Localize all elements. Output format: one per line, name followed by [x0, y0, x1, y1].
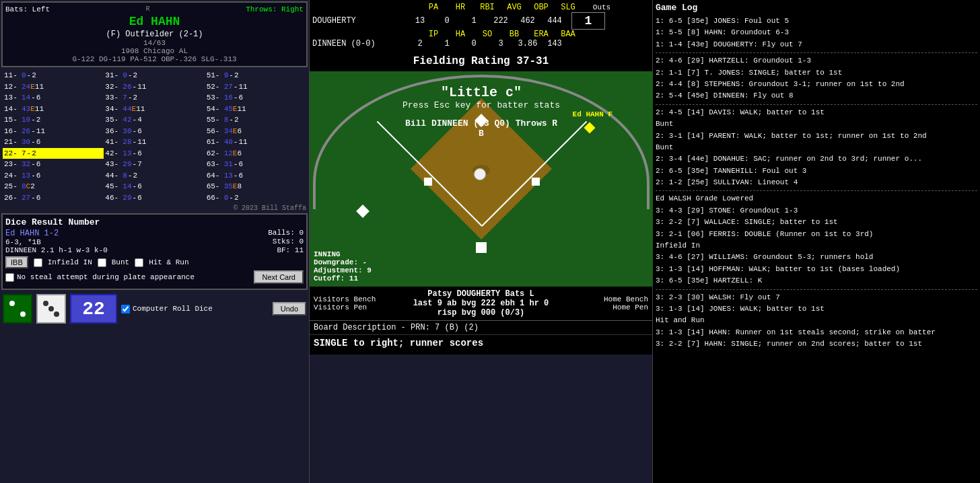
- copyright: © 2023 Bill Staffa: [0, 205, 309, 212]
- log-entry: 2: 6-5 [35e] TANNEHILL: Foul out 3: [656, 165, 977, 177]
- dice-bf: BF: 11: [277, 246, 304, 254]
- batter-info-left: Visitors Bench Visitors Pen: [314, 295, 397, 311]
- board-description: Board Description - PRN: 7 (B) (2): [310, 320, 652, 334]
- roll-entry: 43-29-7: [104, 159, 205, 170]
- col-so: SO: [474, 30, 501, 39]
- roll-entry: 14-43E11: [3, 104, 104, 115]
- undo-button[interactable]: Undo: [273, 302, 306, 315]
- ibb-button[interactable]: IBB: [5, 256, 28, 268]
- visitor-obp: 462: [514, 16, 541, 26]
- dice-section: Dice Result Number Ed HAHN 1-2 6-3, *1B …: [1, 213, 308, 290]
- roll-entry: 53-16-6: [205, 92, 306, 104]
- log-entry: 3: 4-6 [27] WILLIAMS: Groundout 5-3; run…: [656, 252, 977, 263]
- right-panel[interactable]: Game Log 1: 6-5 [35e] JONES: Foul out 51…: [653, 0, 980, 483]
- pitcher-field-label: Bill DINNEEN (13 Q0) Throws R B: [405, 118, 557, 139]
- visitor-slg: 444: [541, 16, 568, 26]
- dice-player-name: Ed HAHN 1-2: [5, 229, 108, 238]
- log-entry: 3: 2-2 [7] HAHN: SINGLE; runner on 2nd s…: [656, 338, 977, 350]
- board-result: SINGLE to right; runner scores: [310, 334, 652, 355]
- scoreboard: PA HR RBI AVG OBP SLG Outs DOUGHERTY 13 …: [310, 0, 652, 51]
- log-entry: 2: 5-4 [45e] DINNEEN: Fly out 8: [656, 90, 977, 102]
- log-entry: 2: 4-4 [8] STEPHENS: Groundout 3-1; runn…: [656, 79, 977, 90]
- roll-entry: 24-13-6: [3, 170, 104, 182]
- player-team: 1908 Chicago AL: [5, 47, 304, 55]
- roll-entry: 65-35E8: [205, 181, 306, 192]
- log-entry: Bunt: [656, 118, 977, 130]
- roll-entry: 16-26-11: [3, 126, 104, 137]
- roll-entry: 46-29-6: [104, 192, 205, 204]
- r-label: R: [146, 5, 150, 13]
- roll-entry: 12-24E11: [3, 81, 104, 93]
- dice-result: 6-3, *1B: [5, 238, 108, 246]
- ball-marker: [474, 168, 486, 180]
- roll-entry: 42-13-6: [104, 148, 205, 159]
- roll-entry: 11-0-2: [3, 70, 104, 81]
- roll-column-col2: 31-9-232-26-1133-7-234-44E1135-42-436-30…: [104, 70, 205, 203]
- pitcher-baa: 143: [541, 39, 568, 48]
- log-entry: 3: 2-2 [7] WALLACE: SINGLE; batter to 1s…: [656, 217, 977, 228]
- pitcher-so: 0: [460, 39, 487, 48]
- log-entry: 1: 1-4 [43e] DOUGHERTY: Fly out 7: [656, 39, 977, 50]
- white-dice: [36, 294, 66, 324]
- left-panel: Bats: Left R Throws: Right Ed HAHN (F) O…: [0, 0, 310, 483]
- hit-run-checkbox[interactable]: [135, 258, 143, 267]
- roll-entry: 41-28-11: [104, 137, 205, 148]
- log-entry: 3: 1-3 [14] HAHN: Runner on 1st steals s…: [656, 327, 977, 338]
- batter-info-right: Home Bench Home Pen: [565, 295, 648, 311]
- roll-entry: 26-27-6: [3, 192, 104, 204]
- log-entry: Infield In: [656, 240, 977, 252]
- visitor-pa: 13: [407, 16, 433, 26]
- roll-entry: 56-34E6: [205, 126, 306, 137]
- roll-entry: 44-8-2: [104, 170, 205, 182]
- visitor-team-name: DOUGHERTY: [312, 16, 407, 26]
- roll-entry: 21-30-6: [3, 137, 104, 148]
- col-bb: BB: [501, 30, 528, 39]
- computer-roll-checkbox[interactable]: [121, 305, 130, 313]
- infield-in-checkbox[interactable]: [34, 258, 42, 267]
- roll-entry: 15-10-2: [3, 114, 104, 126]
- log-entry: Bunt: [656, 142, 977, 153]
- log-entry: 3: 4-3 [29] STONE: Groundout 1-3: [656, 205, 977, 217]
- little-c-overlay: "Little c" Press Esc key for batter stat…: [403, 85, 560, 110]
- roll-entry: 64-13-6: [205, 170, 306, 182]
- computer-roll-label: Computer Roll Dice: [133, 305, 213, 313]
- roll-entry: 54-45E11: [205, 104, 306, 115]
- col-ip: IP: [420, 30, 447, 39]
- roll-entry: 31-9-2: [104, 70, 205, 81]
- log-entry: Ed WALSH Grade Lowered: [656, 193, 977, 205]
- log-entry: Hit and Run: [656, 315, 977, 326]
- roll-entry: 35-42-4: [104, 114, 205, 126]
- col-era: ERA: [528, 30, 555, 39]
- no-steal-label: No steal attempt during plate appearance: [17, 273, 195, 281]
- next-card-button[interactable]: Next Card: [254, 270, 304, 284]
- roll-entry: 55-8-2: [205, 114, 306, 126]
- hit-run-label: Hit & Run: [149, 258, 188, 266]
- log-entry: 2: 1-2 [25e] SULLIVAN: Lineout 4: [656, 177, 977, 188]
- roll-entry: 25-8C2: [3, 181, 104, 192]
- roll-entry: 34-44E11: [104, 104, 205, 115]
- third-base: [424, 178, 432, 186]
- col-avg: AVG: [501, 3, 528, 12]
- bunt-checkbox[interactable]: [98, 258, 106, 267]
- log-entry: 2: 3-4 [44e] DONAHUE: SAC; runner on 2nd…: [656, 153, 977, 165]
- log-entry: 3: 6-5 [35e] HARTZELL: K: [656, 275, 977, 287]
- infield-in-label: Infield IN: [48, 258, 92, 266]
- dice-balls: Balls: 0: [268, 229, 304, 237]
- roll-entry: 66-0-2: [205, 192, 306, 204]
- no-steal-checkbox[interactable]: [5, 273, 14, 282]
- col-obp: OBP: [528, 3, 555, 12]
- first-base: [532, 178, 540, 186]
- hahn-field-label: Ed HAHN F: [573, 110, 612, 118]
- field-area: Bill DINNEEN (13 Q0) Throws R B Ed HAHN …: [310, 71, 653, 287]
- log-entry: 2: 4-6 [29] HARTZELL: Groundout 1-3: [656, 55, 977, 67]
- log-divider: [656, 190, 977, 191]
- roll-entry: 45-14-6: [104, 181, 205, 192]
- roll-entry: 61-40-11: [205, 137, 306, 148]
- game-log-title: Game Log: [656, 3, 977, 13]
- home-plate: [476, 242, 487, 253]
- dice-pitcher: DINNEEN 2.1 h-1 w-3 k-0: [5, 246, 108, 254]
- little-c-sub: Press Esc key for batter stats: [403, 100, 560, 110]
- roll-entry: 62-12E6: [205, 148, 306, 159]
- log-entry: 2: 3-1 [14] PARENT: WALK; batter to 1st;…: [656, 131, 977, 142]
- pitcher-ip: 2: [407, 39, 433, 48]
